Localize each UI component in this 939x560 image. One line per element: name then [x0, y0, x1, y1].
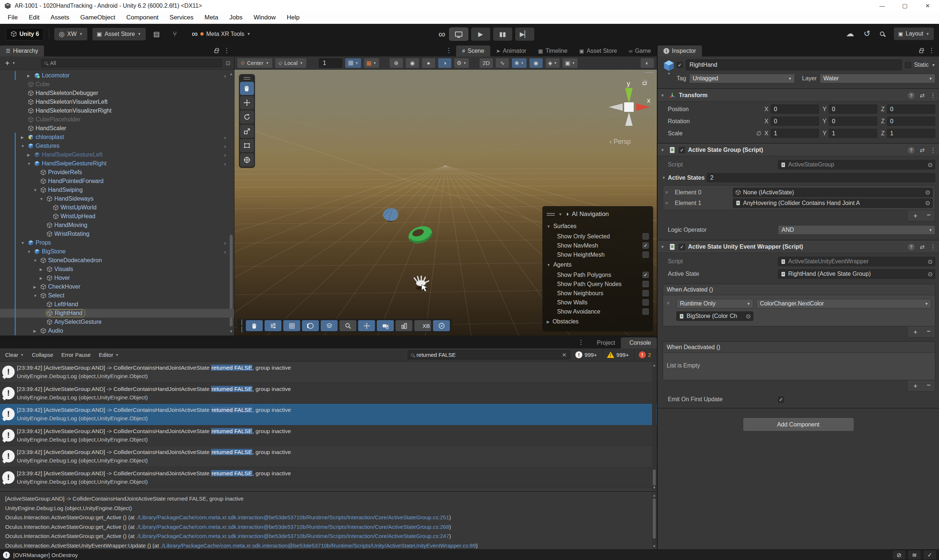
array-element-row[interactable]: ≡ Element 0 None (IActiveState) ⊙ — [665, 187, 933, 198]
menu-item[interactable]: Help — [281, 14, 305, 21]
tag-dropdown[interactable]: Untagged — [689, 74, 795, 83]
layers-dropdown-button[interactable]: ◈▼ — [546, 58, 560, 68]
option-checkbox[interactable] — [643, 290, 649, 296]
add-component-button[interactable]: Add Component — [743, 418, 854, 431]
scrollbar-thumb[interactable] — [653, 498, 656, 539]
overlay-tool-button[interactable] — [358, 320, 375, 331]
hierarchy-row[interactable]: HandSwipeGestureLeft › — [0, 150, 234, 159]
hierarchy-row[interactable]: Audio › — [0, 326, 234, 335]
scene-view-tab[interactable]: Game — [623, 46, 657, 57]
expander-icon[interactable] — [40, 276, 46, 280]
cache-server-icon[interactable]: ≋ — [908, 551, 920, 559]
remove-element-button[interactable]: − — [927, 211, 931, 220]
menu-item[interactable]: Component — [121, 14, 164, 21]
axis-y-input[interactable]: 0 — [828, 105, 877, 114]
rotate-tool[interactable] — [240, 111, 254, 124]
panel-menu-icon[interactable]: ⋮ — [224, 46, 230, 54]
option-checkbox[interactable] — [643, 308, 649, 315]
menu-item[interactable]: Services — [164, 14, 199, 21]
component-menu-icon[interactable]: ⋮ — [930, 243, 936, 251]
tool-handle-rotation-dropdown[interactable]: ◇ Local▼ — [275, 58, 307, 68]
component-enabled-checkbox[interactable] — [679, 244, 685, 250]
2d-toggle-button[interactable]: 2D — [480, 58, 493, 68]
element-object-field[interactable]: None (IActiveState) ⊙ — [733, 188, 933, 197]
menu-item[interactable]: Meta — [199, 14, 224, 21]
layer-dropdown[interactable]: Water — [820, 74, 935, 83]
expander-icon[interactable] — [27, 250, 33, 254]
expander-icon[interactable] — [33, 329, 40, 333]
event-call-mode-dropdown[interactable]: Runtime Only — [676, 299, 753, 308]
overlay-drag-handle[interactable] — [241, 319, 242, 332]
source-file-link[interactable]: ./Library/PackageCache/com.meta.xr.sdk.i… — [136, 514, 449, 520]
object-picker-icon[interactable]: ⊙ — [924, 189, 931, 196]
object-picker-icon[interactable]: ⊙ — [927, 271, 933, 278]
grid-visibility-button[interactable]: ▼ — [345, 58, 361, 68]
prefab-open-arrow[interactable]: › — [224, 161, 226, 167]
audio-toggle-button[interactable]: ∿ — [496, 58, 509, 68]
hierarchy-row[interactable]: HandSkeletonVisualizerRight › — [0, 106, 234, 115]
error-count-badge[interactable]: ! 2 — [634, 348, 655, 362]
layout-dropdown[interactable]: ▣ Layout▼ — [894, 28, 934, 40]
axis-y-input[interactable]: 0 — [828, 117, 877, 126]
event-target-field[interactable]: BigStone (Color Ch ⊙ — [676, 311, 753, 321]
hierarchy-row[interactable]: Select › — [0, 291, 234, 300]
minimize-button[interactable]: — — [871, 0, 893, 11]
axis-z-input[interactable]: 0 — [887, 117, 935, 126]
console-area-tab[interactable]: Console — [621, 337, 657, 348]
create-object-button[interactable]: ＋▼ — [4, 58, 15, 68]
version-control-icon-button[interactable]: ⑂ — [168, 28, 182, 40]
expander-icon[interactable] — [27, 74, 33, 78]
scroll-up-arrow[interactable]: ▲ — [652, 493, 656, 497]
hierarchy-row[interactable]: HandSkeletonDebugger › — [0, 89, 234, 98]
add-event-button[interactable]: ＋ — [912, 328, 919, 336]
transform-tool[interactable] — [240, 153, 254, 166]
overlay-tool-button[interactable] — [321, 320, 338, 331]
scrollbar-thumb[interactable] — [653, 469, 656, 486]
close-button[interactable]: ✕ — [916, 0, 939, 11]
overlay-drag-handle[interactable] — [240, 75, 254, 81]
pause-button[interactable]: ▮▮ — [493, 28, 512, 41]
play-button[interactable]: ▶ — [471, 28, 490, 41]
clear-search-icon[interactable]: ✕ — [562, 352, 567, 358]
component-enabled-checkbox[interactable] — [679, 147, 685, 153]
axis-y-input[interactable]: 1 — [828, 129, 877, 138]
hierarchy-row[interactable]: StoneDodecahedron › — [0, 256, 234, 265]
scene-visibility-button[interactable]: ◉ — [406, 58, 419, 68]
effects-dropdown-button[interactable]: ❀▼ — [512, 58, 527, 68]
rect-tool[interactable] — [240, 139, 254, 152]
scroll-down-arrow[interactable]: ▼ — [652, 486, 656, 489]
overlay-drag-handle[interactable] — [547, 213, 555, 215]
hierarchy-row[interactable]: WristUpHead › — [0, 212, 234, 221]
source-file-link[interactable]: ./Library/PackageCache/com.meta.xr.sdk.i… — [136, 533, 449, 539]
remove-event-button[interactable]: − — [927, 382, 931, 390]
menu-item[interactable]: Edit — [23, 14, 45, 21]
drag-handle-icon[interactable]: ≡ — [665, 189, 672, 195]
scroll-up-arrow[interactable]: ▲ — [652, 363, 656, 367]
remove-event-button[interactable]: − — [927, 328, 931, 336]
drag-handle-icon[interactable]: ≡ — [667, 299, 673, 321]
overlay-grip[interactable] — [645, 72, 654, 73]
console-scrollbar[interactable]: ▲ ▼ — [652, 362, 657, 490]
debugger-detached-icon[interactable]: ⊘ — [893, 551, 905, 559]
expander-icon[interactable] — [33, 258, 40, 263]
static-dropdown-arrow[interactable]: ▼ — [932, 63, 935, 67]
expander-icon[interactable] — [21, 135, 27, 139]
overlay-tool-button[interactable] — [246, 320, 263, 331]
hierarchy-search-input[interactable]: All — [41, 58, 222, 68]
lock-icon[interactable] — [214, 50, 218, 53]
visibility-eye-button[interactable]: ◉ — [529, 58, 543, 68]
hierarchy-row[interactable]: Props › — [0, 238, 234, 247]
object-picker-icon[interactable]: ⊙ — [927, 162, 933, 168]
active-state-field[interactable]: RightHand (Active State Group) ⊙ — [778, 269, 935, 279]
scale-tool[interactable] — [240, 125, 254, 138]
scene-view-tab[interactable]: Asset Store — [574, 46, 623, 57]
expander-icon[interactable] — [33, 294, 40, 298]
menu-item[interactable]: Window — [248, 14, 281, 21]
add-element-button[interactable]: ＋ — [912, 211, 919, 220]
overlay-tool-button[interactable] — [396, 320, 412, 331]
element-object-field[interactable]: AnyHovering (Collider Contains Hand Join… — [733, 198, 933, 208]
transform-component-header[interactable]: ▼ Transform ? ⇄ ⋮ — [658, 89, 939, 102]
console-log-entry[interactable]: ! [23:39:42] [ActiveStateGroup:AND] -> C… — [0, 467, 657, 488]
menu-item[interactable]: Assets — [45, 14, 75, 21]
prefab-open-arrow[interactable]: › — [224, 240, 226, 246]
